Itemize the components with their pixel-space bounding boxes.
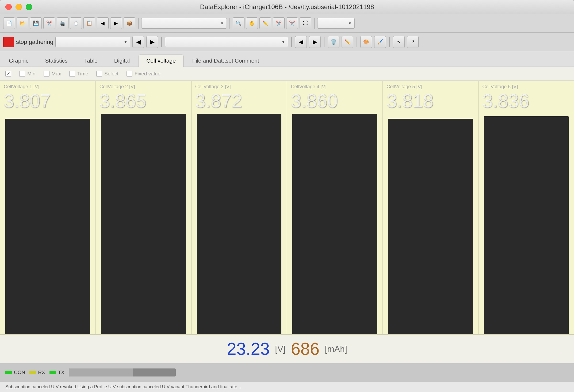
- separator5: [291, 37, 292, 47]
- tab-statistics[interactable]: Statistics: [37, 54, 75, 67]
- time-checkbox[interactable]: [69, 71, 75, 77]
- chart-area: CellVoltage 1 [V] 3.807 CellVoltage 2 [V…: [0, 81, 574, 334]
- toolbar-row1: 📄 📂 💾 ✂️ 🖨️ ⏱️ 📋 ◀ ▶ 📦 ▼ 🔍 ✋ ✏️ ✂️ ✂️ ⛶ …: [0, 14, 574, 33]
- fullscreen-button[interactable]: ⛶: [300, 17, 311, 29]
- separator3: [314, 18, 315, 29]
- nav-forward-button[interactable]: ▶: [146, 36, 158, 48]
- forward-icon: ▶: [114, 20, 118, 26]
- chevron-down-icon: ▼: [220, 21, 224, 25]
- scissors2-icon: ✂️: [289, 20, 295, 26]
- nav-forward2-icon: ▶: [313, 39, 317, 45]
- dataset-dropdown[interactable]: ▼: [165, 37, 288, 47]
- tab-bar: Graphic Statistics Table Digital Cell vo…: [0, 51, 574, 67]
- new-button[interactable]: 📄: [3, 17, 15, 29]
- nav-back-button[interactable]: ◀: [132, 36, 144, 48]
- package-button[interactable]: 📦: [124, 17, 135, 29]
- stop-button[interactable]: [3, 37, 14, 47]
- open-button[interactable]: 📂: [17, 17, 28, 29]
- tab-statistics-label: Statistics: [45, 57, 68, 64]
- minimize-button[interactable]: [16, 4, 22, 10]
- options-row: Min Max Time Select Fixed value: [0, 67, 574, 81]
- select-checkbox[interactable]: [96, 71, 102, 77]
- nav-back2-button[interactable]: ◀: [295, 36, 307, 48]
- cell4-bar: [292, 114, 377, 334]
- scissors2-button[interactable]: ✂️: [286, 17, 298, 29]
- cell3-column: CellVoltage 3 [V] 3.872: [192, 81, 287, 334]
- pan-button[interactable]: ✋: [246, 17, 258, 29]
- tx-group: TX: [49, 370, 64, 375]
- tx-led: [49, 371, 56, 374]
- option-fixed: Fixed value: [127, 71, 160, 77]
- forward-button[interactable]: ▶: [110, 17, 122, 29]
- back-button[interactable]: ◀: [97, 17, 109, 29]
- main-checkbox[interactable]: [5, 71, 11, 77]
- notification-bar: Subscription canceled UIV revoked Using …: [0, 381, 574, 392]
- max-checkbox[interactable]: [44, 71, 49, 77]
- title-bar: DataExplorer - iCharger106B - /dev/tty.u…: [0, 0, 574, 14]
- rx-group: RX: [29, 370, 45, 375]
- cell4-column: CellVoltage 4 [V] 3.860: [287, 81, 383, 334]
- cursor-button[interactable]: ↖: [393, 36, 405, 48]
- color2-button[interactable]: 🖌️: [374, 36, 386, 48]
- nav-forward2-button[interactable]: ▶: [309, 36, 321, 48]
- print-button[interactable]: 🖨️: [57, 17, 68, 29]
- separator1: [138, 18, 139, 29]
- zoom-in-icon: 🔍: [236, 20, 242, 26]
- cell6-bar: [484, 116, 569, 334]
- edit2-button[interactable]: ✏️: [342, 36, 353, 48]
- color2-icon: 🖌️: [377, 39, 383, 45]
- color1-icon: 🎨: [363, 39, 369, 45]
- channel-dropdown[interactable]: ▼: [55, 37, 130, 47]
- nav-back2-icon: ◀: [299, 39, 303, 45]
- tx-label: TX: [58, 370, 64, 375]
- back-icon: ◀: [101, 20, 105, 26]
- cell5-column: CellVoltage 5 [V] 3.818: [383, 81, 479, 334]
- fixed-checkbox[interactable]: [127, 71, 132, 77]
- capacity-unit: [mAh]: [325, 344, 347, 354]
- select-label: Select: [104, 71, 118, 77]
- open-icon: 📂: [20, 20, 25, 26]
- delete-button[interactable]: 🗑️: [328, 36, 339, 48]
- con-label: CON: [14, 370, 25, 375]
- cut-button[interactable]: ✂️: [43, 17, 55, 29]
- cell1-bar-container: [0, 81, 95, 334]
- chevron-down-icon3: ▼: [124, 40, 128, 44]
- cell1-column: CellVoltage 1 [V] 3.807: [0, 81, 96, 334]
- tab-file-comment[interactable]: File and Dataset Comment: [185, 54, 267, 67]
- tab-graphic-label: Graphic: [9, 57, 29, 64]
- tab-digital-label: Digital: [114, 57, 130, 64]
- pan-icon: ✋: [249, 20, 255, 26]
- edit1-button[interactable]: ✏️: [259, 17, 271, 29]
- timer-button[interactable]: ⏱️: [70, 17, 82, 29]
- separator8: [389, 37, 390, 47]
- cut-icon: ✂️: [46, 20, 52, 26]
- help-button[interactable]: ?: [407, 36, 419, 48]
- clipboard-button[interactable]: 📋: [83, 17, 95, 29]
- option-time: Time: [69, 71, 89, 77]
- delete-icon: 🗑️: [331, 39, 336, 45]
- min-checkbox[interactable]: [19, 71, 25, 77]
- zoom-in-button[interactable]: 🔍: [233, 17, 244, 29]
- close-button[interactable]: [5, 4, 12, 10]
- con-led: [5, 371, 12, 374]
- fixed-label: Fixed value: [135, 71, 160, 77]
- tab-file-comment-label: File and Dataset Comment: [192, 57, 259, 64]
- print-icon: 🖨️: [60, 20, 66, 26]
- save-button[interactable]: 💾: [30, 17, 42, 29]
- maximize-button[interactable]: [26, 4, 32, 10]
- cell6-bar-container: [479, 81, 574, 334]
- chevron-down-icon4: ▼: [282, 40, 285, 44]
- help-icon: ?: [411, 39, 414, 45]
- separator2: [229, 18, 230, 29]
- main-window: DataExplorer - iCharger106B - /dev/tty.u…: [0, 0, 574, 392]
- tab-digital[interactable]: Digital: [106, 54, 137, 67]
- color1-button[interactable]: 🎨: [360, 36, 372, 48]
- device-dropdown[interactable]: ▼: [141, 18, 227, 29]
- tab-table[interactable]: Table: [76, 54, 105, 67]
- option-select: Select: [96, 71, 118, 77]
- scissors1-button[interactable]: ✂️: [273, 17, 285, 29]
- tab-graphic[interactable]: Graphic: [1, 54, 36, 67]
- voltage-value: 23.23: [227, 339, 270, 359]
- zoom-dropdown[interactable]: ▼: [317, 18, 355, 29]
- tab-cell-voltage[interactable]: Cell voltage: [139, 55, 183, 67]
